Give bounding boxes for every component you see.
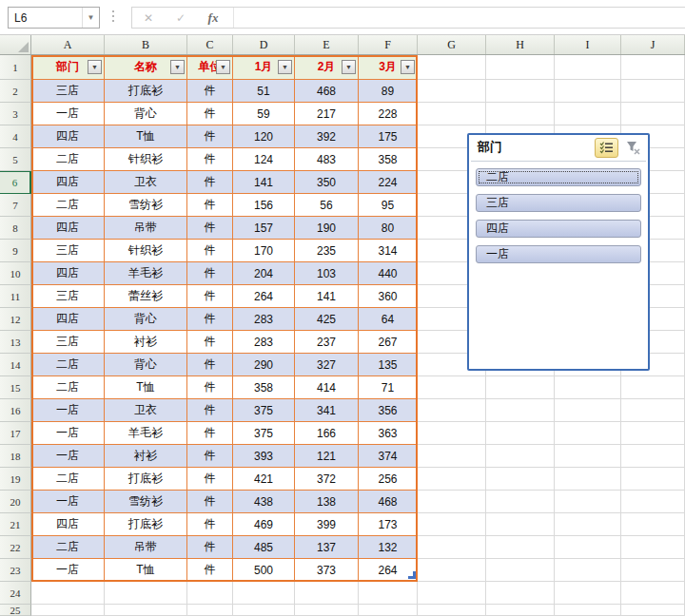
cell-E2[interactable]: 468 (295, 80, 359, 103)
cell-I22[interactable] (555, 536, 621, 559)
cell-B10[interactable]: 羊毛衫 (105, 262, 187, 285)
cell-H24[interactable] (486, 582, 555, 605)
cell-B2[interactable]: 打底衫 (105, 80, 187, 103)
cell-A15[interactable]: 二店 (31, 376, 105, 399)
row-header-7[interactable]: 7 (0, 194, 31, 217)
cell-G15[interactable] (418, 376, 486, 399)
cell-A4[interactable]: 四店 (31, 125, 105, 148)
cell-F25[interactable] (359, 605, 418, 616)
cell-H15[interactable] (486, 376, 555, 399)
cell-E13[interactable]: 237 (295, 331, 359, 354)
cell-A20[interactable]: 一店 (31, 491, 105, 513)
cell-B24[interactable] (105, 582, 187, 605)
cell-D7[interactable]: 156 (233, 194, 295, 217)
cell-A17[interactable]: 一店 (31, 422, 105, 445)
cell-B25[interactable] (105, 605, 187, 616)
cell-E15[interactable]: 414 (295, 376, 359, 399)
row-header-12[interactable]: 12 (0, 308, 31, 331)
cell-I17[interactable] (555, 422, 621, 445)
cell-H2[interactable] (486, 80, 555, 103)
cell-C1[interactable]: 单位▼ (187, 55, 233, 80)
cell-D5[interactable]: 124 (233, 148, 295, 171)
cell-A24[interactable] (31, 582, 105, 605)
clear-filter-button[interactable] (622, 138, 644, 158)
cell-G19[interactable] (418, 468, 486, 491)
cell-C9[interactable]: 件 (187, 240, 233, 262)
cell-F19[interactable]: 256 (359, 468, 418, 491)
cell-I20[interactable] (555, 491, 621, 513)
filter-button-F[interactable]: ▼ (401, 60, 415, 74)
row-header-22[interactable]: 22 (0, 536, 31, 559)
cell-B4[interactable]: T恤 (105, 125, 187, 148)
cell-E9[interactable]: 235 (295, 240, 359, 262)
cell-E22[interactable]: 137 (295, 536, 359, 559)
cell-H3[interactable] (486, 103, 555, 125)
column-header-C[interactable]: C (187, 35, 233, 54)
cell-B23[interactable]: T恤 (105, 559, 187, 582)
cell-G1[interactable] (418, 55, 486, 80)
row-header-24[interactable]: 24 (0, 582, 31, 605)
cell-B5[interactable]: 针织衫 (105, 148, 187, 171)
cell-H16[interactable] (486, 399, 555, 422)
cell-G20[interactable] (418, 491, 486, 513)
cell-A3[interactable]: 一店 (31, 103, 105, 125)
cell-E1[interactable]: 2月▼ (295, 55, 359, 80)
filter-button-C[interactable]: ▼ (216, 60, 230, 74)
slicer-panel[interactable]: 部门 二店 三店 四店 (467, 133, 650, 371)
cell-A25[interactable] (31, 605, 105, 616)
cell-D11[interactable]: 264 (233, 285, 295, 308)
cell-I18[interactable] (555, 445, 621, 468)
column-header-I[interactable]: I (555, 35, 621, 54)
cell-H25[interactable] (486, 605, 555, 616)
cell-D17[interactable]: 375 (233, 422, 295, 445)
cell-J3[interactable] (621, 103, 685, 125)
cell-A21[interactable]: 四店 (31, 513, 105, 536)
row-header-1[interactable]: 1 (0, 55, 31, 80)
cell-H23[interactable] (486, 559, 555, 582)
cell-D16[interactable]: 375 (233, 399, 295, 422)
cell-A1[interactable]: 部门▼ (31, 55, 105, 80)
cell-D4[interactable]: 120 (233, 125, 295, 148)
row-header-21[interactable]: 21 (0, 513, 31, 536)
cell-C10[interactable]: 件 (187, 262, 233, 285)
name-box[interactable]: L6 ▼ (8, 7, 100, 29)
cell-G25[interactable] (418, 605, 486, 616)
cell-E3[interactable]: 217 (295, 103, 359, 125)
cell-D23[interactable]: 500 (233, 559, 295, 582)
cell-A19[interactable]: 二店 (31, 468, 105, 491)
cell-G23[interactable] (418, 559, 486, 582)
row-header-6[interactable]: 6 (0, 171, 31, 194)
cell-C8[interactable]: 件 (187, 217, 233, 240)
select-all-corner[interactable] (0, 35, 31, 54)
cell-C24[interactable] (187, 582, 233, 605)
cell-H20[interactable] (486, 491, 555, 513)
cell-D21[interactable]: 469 (233, 513, 295, 536)
cell-J21[interactable] (621, 513, 685, 536)
cell-A12[interactable]: 四店 (31, 308, 105, 331)
cell-I3[interactable] (555, 103, 621, 125)
cell-F15[interactable]: 71 (359, 376, 418, 399)
cell-B6[interactable]: 卫衣 (105, 171, 187, 194)
cell-A8[interactable]: 四店 (31, 217, 105, 240)
cell-E5[interactable]: 483 (295, 148, 359, 171)
cell-J17[interactable] (621, 422, 685, 445)
cell-I24[interactable] (555, 582, 621, 605)
cell-B17[interactable]: 羊毛衫 (105, 422, 187, 445)
cell-B21[interactable]: 打底衫 (105, 513, 187, 536)
cell-I2[interactable] (555, 80, 621, 103)
row-header-20[interactable]: 20 (0, 491, 31, 513)
insert-function-icon[interactable]: fx (197, 10, 229, 26)
cell-C5[interactable]: 件 (187, 148, 233, 171)
cell-D14[interactable]: 290 (233, 354, 295, 376)
cell-D10[interactable]: 204 (233, 262, 295, 285)
cell-F24[interactable] (359, 582, 418, 605)
row-header-3[interactable]: 3 (0, 103, 31, 125)
name-box-dropdown-icon[interactable]: ▼ (82, 8, 99, 28)
column-header-F[interactable]: F (359, 35, 418, 54)
cell-E8[interactable]: 190 (295, 217, 359, 240)
row-header-11[interactable]: 11 (0, 285, 31, 308)
cell-I19[interactable] (555, 468, 621, 491)
slicer-item[interactable]: 三店 (476, 194, 641, 212)
cell-B1[interactable]: 名称▼ (105, 55, 187, 80)
cell-F11[interactable]: 360 (359, 285, 418, 308)
